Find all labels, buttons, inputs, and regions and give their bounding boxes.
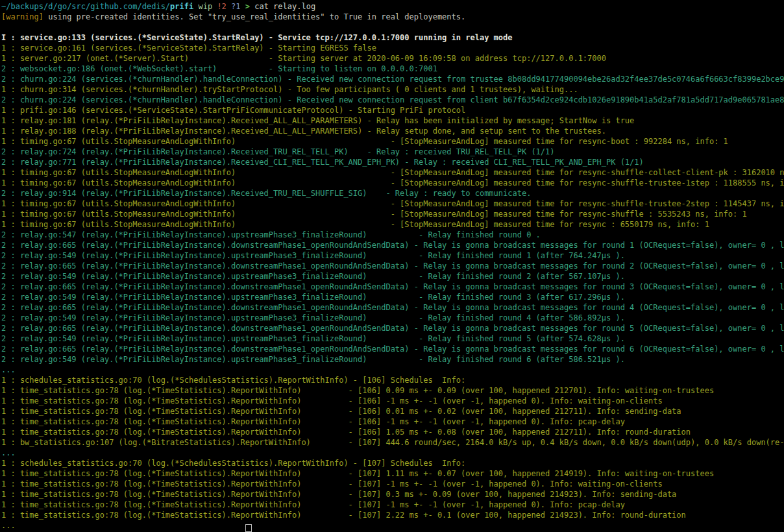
log-line: 2 : relay.go:547 (relay.(*PriFiLibRelayI… bbox=[1, 230, 784, 240]
log-line: 1 : relay.go:181 (relay.(*PriFiLibRelayI… bbox=[1, 115, 784, 126]
log-line: 2 : relay.go:665 (relay.(*PriFiLibRelayI… bbox=[1, 323, 784, 333]
log-line: 2 : relay.go:549 (relay.(*PriFiLibRelayI… bbox=[1, 271, 784, 282]
log-line: 2 : relay.go:665 (relay.(*PriFiLibRelayI… bbox=[1, 282, 784, 292]
log-line: 2 : relay.go:665 (relay.(*PriFiLibRelayI… bbox=[1, 302, 784, 313]
log-line: 1 : timing.go:67 (utils.StopMeasureAndLo… bbox=[1, 199, 784, 209]
log-line: 1 : time_statistics.go:78 (log.(*TimeSta… bbox=[1, 510, 784, 520]
log-line: 2 : relay.go:724 (relay.(*PriFiLibRelayI… bbox=[1, 147, 784, 157]
log-line: 1 : schedules_statistics.go:70 (log.(*Sc… bbox=[1, 458, 784, 468]
log-line: 1 : time_statistics.go:78 (log.(*TimeSta… bbox=[1, 417, 784, 427]
log-line: 1 : service.go:161 (services.(*ServiceSt… bbox=[1, 43, 784, 53]
log-line: I : service.go:133 (services.(*ServiceSt… bbox=[1, 32, 784, 43]
log-line: 1 : schedules_statistics.go:70 (log.(*Sc… bbox=[1, 375, 784, 385]
log-line: 2 : relay.go:549 (relay.(*PriFiLibRelayI… bbox=[1, 292, 784, 302]
log-line: 1 : server.go:217 (onet.(*Server).Start)… bbox=[1, 53, 784, 64]
log-line: 1 : time_statistics.go:78 (log.(*TimeSta… bbox=[1, 489, 784, 500]
log-line: 1 : relay.go:188 (relay.(*PriFiLibRelayI… bbox=[1, 126, 784, 136]
terminal-output[interactable]: ~/backups/d/go/src/github.com/dedis/prif… bbox=[0, 0, 784, 532]
log-line: 2 : relay.go:665 (relay.(*PriFiLibRelayI… bbox=[1, 240, 784, 250]
ellipsis-line: ... bbox=[1, 365, 784, 375]
log-line: 2 : relay.go:771 (relay.(*PriFiLibRelayI… bbox=[1, 157, 784, 167]
log-line: 1 : time_statistics.go:78 (log.(*TimeSta… bbox=[1, 427, 784, 437]
log-line: 1 : time_statistics.go:78 (log.(*TimeSta… bbox=[1, 468, 784, 479]
log-line: 1 : prifi.go:146 (services.(*ServiceStat… bbox=[1, 105, 784, 115]
log-line: 2 : relay.go:549 (relay.(*PriFiLibRelayI… bbox=[1, 354, 784, 365]
log-line: 2 : websocket.go:186 (onet.(*WebSocket).… bbox=[1, 64, 784, 74]
log-line: 1 : bw_statistics.go:107 (log.(*BitrateS… bbox=[1, 437, 784, 448]
log-line: 1 : timing.go:67 (utils.StopMeasureAndLo… bbox=[1, 136, 784, 147]
log-line: 2 : churn.go:224 (services.(*churnHandle… bbox=[1, 95, 784, 105]
ellipsis-line: ... bbox=[1, 520, 784, 531]
log-line: 1 : churn.go:314 (services.(*churnHandle… bbox=[1, 84, 784, 95]
log-line: 1 : timing.go:67 (utils.StopMeasureAndLo… bbox=[1, 209, 784, 219]
log-line: 1 : time_statistics.go:78 (log.(*TimeSta… bbox=[1, 385, 784, 396]
log-line: 1 : time_statistics.go:78 (log.(*TimeSta… bbox=[1, 406, 784, 417]
blank-line bbox=[1, 22, 784, 32]
log-line: 1 : timing.go:67 (utils.StopMeasureAndLo… bbox=[1, 178, 784, 188]
log-line: 1 : time_statistics.go:78 (log.(*TimeSta… bbox=[1, 396, 784, 406]
terminal-cursor bbox=[245, 524, 252, 532]
log-line: 1 : timing.go:67 (utils.StopMeasureAndLo… bbox=[1, 167, 784, 178]
log-line: 2 : relay.go:549 (relay.(*PriFiLibRelayI… bbox=[1, 333, 784, 344]
log-line: 2 : relay.go:665 (relay.(*PriFiLibRelayI… bbox=[1, 261, 784, 271]
log-line: 2 : relay.go:549 (relay.(*PriFiLibRelayI… bbox=[1, 250, 784, 261]
log-line: 2 : relay.go:914 (relay.(*PriFiLibRelayI… bbox=[1, 188, 784, 199]
log-line: 1 : time_statistics.go:78 (log.(*TimeSta… bbox=[1, 479, 784, 489]
log-line: 2 : relay.go:665 (relay.(*PriFiLibRelayI… bbox=[1, 344, 784, 354]
ellipsis-line: ... bbox=[1, 448, 784, 458]
warning-line: [warning] using pre-created identities. … bbox=[1, 12, 784, 22]
log-line: 1 : timing.go:67 (utils.StopMeasureAndLo… bbox=[1, 219, 784, 230]
log-line: 1 : time_statistics.go:78 (log.(*TimeSta… bbox=[1, 500, 784, 510]
log-line: 2 : relay.go:549 (relay.(*PriFiLibRelayI… bbox=[1, 313, 784, 323]
shell-prompt-line: ~/backups/d/go/src/github.com/dedis/prif… bbox=[1, 1, 784, 12]
log-line: 2 : churn.go:224 (services.(*churnHandle… bbox=[1, 74, 784, 84]
